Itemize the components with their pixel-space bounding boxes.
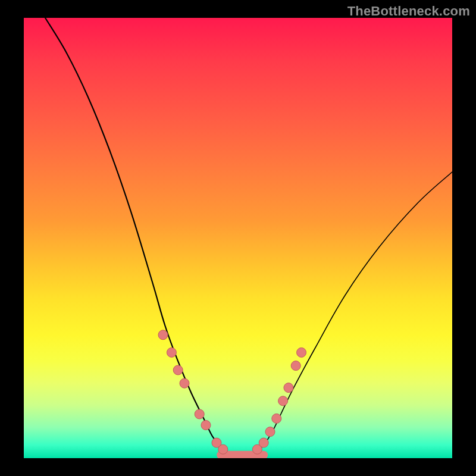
highlight-dot — [278, 396, 288, 406]
watermark-text: TheBottleneck.com — [347, 4, 470, 19]
highlight-dot — [297, 347, 306, 357]
left-curve — [45, 18, 230, 454]
highlight-dot — [201, 421, 211, 430]
plot-area — [24, 18, 452, 458]
highlight-dot — [218, 444, 228, 454]
highlight-dot — [195, 409, 204, 419]
highlight-dot — [265, 427, 275, 437]
highlight-dot — [167, 347, 176, 357]
right-curve — [255, 172, 452, 454]
curve-layer — [45, 18, 452, 454]
highlight-dot — [180, 378, 189, 388]
highlight-dot — [173, 365, 183, 375]
marker-layer — [158, 330, 306, 454]
highlight-dot — [272, 414, 281, 423]
highlight-dot — [291, 361, 300, 371]
highlight-dot — [259, 438, 268, 447]
chart-svg — [24, 18, 452, 458]
chart-frame: TheBottleneck.com — [0, 0, 476, 476]
highlight-dot — [158, 330, 168, 340]
highlight-dot — [284, 383, 293, 393]
